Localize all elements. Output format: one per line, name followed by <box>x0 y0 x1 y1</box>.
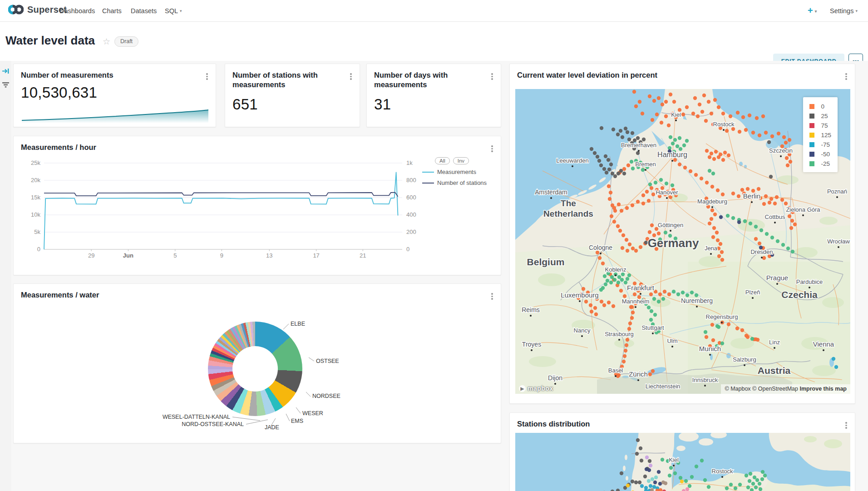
card-number-of-stations: Number of stations with measurements 651 <box>225 64 360 127</box>
status-badge: Draft <box>114 36 138 47</box>
svg-text:Rostock: Rostock <box>712 468 733 475</box>
filter-icon[interactable] <box>2 81 10 89</box>
dashboard-grid: Number of measurements 10,530,631 Number… <box>0 61 868 491</box>
svg-text:JADE: JADE <box>265 424 279 431</box>
card-title: Number of days with measurements <box>374 70 469 89</box>
card-title: Number of measurements <box>21 70 113 80</box>
svg-text:Dresden: Dresden <box>750 248 773 255</box>
svg-text:Linz: Linz <box>769 339 780 346</box>
chevron-down-icon: ▾ <box>180 0 182 22</box>
big-number-value: 10,530,631 <box>21 84 97 101</box>
legend-all-button[interactable]: All <box>435 157 450 164</box>
svg-text:Kiel: Kiel <box>669 456 679 463</box>
svg-text:EMS: EMS <box>291 418 303 424</box>
chart-legend: All Inv Measurements Number of stations <box>422 157 500 186</box>
improve-map-link[interactable]: Improve this map <box>800 386 847 392</box>
map-legend-item[interactable]: 25 <box>809 111 831 121</box>
svg-text:Munich: Munich <box>699 345 721 352</box>
new-item-button[interactable]: +▾ <box>808 0 817 22</box>
nav-charts[interactable]: Charts <box>102 0 122 22</box>
card-menu-kebab-icon[interactable] <box>843 421 849 429</box>
svg-text:Cologne: Cologne <box>589 244 612 251</box>
legend-item-measurements[interactable]: Measurements <box>422 169 500 175</box>
legend-item-number-of-stations[interactable]: Number of stations <box>422 179 500 186</box>
svg-text:NORDSEE: NORDSEE <box>312 393 340 399</box>
svg-text:Bremen: Bremen <box>635 161 656 168</box>
big-number-value: 31 <box>374 96 391 113</box>
donut-hole <box>232 346 278 392</box>
svg-text:Austria: Austria <box>758 365 791 376</box>
favorite-star-icon[interactable]: ☆ <box>103 36 110 47</box>
svg-text:Plzeň: Plzeň <box>745 289 760 296</box>
svg-text:Innsbruck: Innsbruck <box>692 377 718 383</box>
svg-text:0: 0 <box>37 246 40 253</box>
svg-text:Hamburg: Hamburg <box>657 151 687 159</box>
svg-text:1k: 1k <box>406 159 413 166</box>
svg-text:Leeuwarden: Leeuwarden <box>556 157 589 164</box>
card-number-of-days: Number of days with measurements 31 <box>366 64 501 127</box>
map-legend-item[interactable]: -50 <box>809 149 831 159</box>
svg-text:400: 400 <box>406 211 416 218</box>
filter-bar-collapsed <box>0 61 11 491</box>
deviation-map[interactable]: LeeuwardenAmsterdamHanoverMagdeburgBerli… <box>515 89 850 394</box>
svg-text:Vienna: Vienna <box>813 340 834 348</box>
card-menu-kebab-icon[interactable] <box>204 72 210 80</box>
nav-dashboards[interactable]: Dashboards <box>59 0 95 22</box>
svg-text:Szczecin: Szczecin <box>769 147 793 154</box>
top-navbar: Superset Dashboards Charts Datasets SQL▾… <box>0 0 868 22</box>
map-legend-item[interactable]: -25 <box>809 159 831 169</box>
svg-text:WESEL-DATTELN-KANAL: WESEL-DATTELN-KANAL <box>163 414 230 420</box>
nav-sql[interactable]: SQL▾ <box>165 0 182 22</box>
svg-text:Koblenz: Koblenz <box>605 266 626 273</box>
card-stations-distribution: Stations distribution <box>509 412 855 491</box>
card-menu-kebab-icon[interactable] <box>348 72 354 80</box>
legend-inv-button[interactable]: Inv <box>453 157 469 164</box>
svg-text:Reims: Reims <box>522 306 540 313</box>
svg-text:800: 800 <box>406 177 416 184</box>
expand-filter-bar-icon[interactable] <box>2 67 10 75</box>
map-legend-item[interactable]: 125 <box>809 130 831 140</box>
superset-infinity-icon <box>8 4 24 15</box>
big-number-value: 651 <box>232 96 258 113</box>
svg-text:Dijon: Dijon <box>548 374 562 382</box>
mapbox-logo[interactable]: ▶mapbox <box>519 385 553 392</box>
svg-text:Jena: Jena <box>705 245 718 252</box>
svg-text:Berlin: Berlin <box>743 192 760 200</box>
svg-text:Salzburg: Salzburg <box>733 356 756 363</box>
svg-text:Regensburg: Regensburg <box>706 313 738 320</box>
svg-text:Kiel: Kiel <box>671 111 681 118</box>
svg-text:Luxembourg: Luxembourg <box>561 291 598 299</box>
svg-text:OSTSEE: OSTSEE <box>316 358 339 364</box>
chart-title: Current water level deviation in percent <box>517 70 657 80</box>
map-legend-item[interactable]: 75 <box>809 121 831 130</box>
svg-text:17: 17 <box>313 252 319 259</box>
svg-text:21: 21 <box>360 252 366 259</box>
svg-text:Mannheim: Mannheim <box>622 298 650 305</box>
map-legend-item[interactable]: 0 <box>809 102 831 111</box>
card-menu-kebab-icon[interactable] <box>489 292 495 300</box>
svg-text:Göttingen: Göttingen <box>658 222 683 228</box>
svg-text:Frankfurt: Frankfurt <box>627 284 655 292</box>
svg-text:WESER: WESER <box>302 410 323 417</box>
svg-text:Cottbus: Cottbus <box>765 213 785 220</box>
map-attribution: © Mapbox © OpenStreetMap Improve this ma… <box>721 384 850 394</box>
svg-text:Ulm: Ulm <box>667 337 677 344</box>
card-menu-kebab-icon[interactable] <box>489 72 495 80</box>
svg-text:Wrocław: Wrocław <box>827 238 850 245</box>
settings-menu[interactable]: Settings▾ <box>830 0 858 22</box>
svg-text:Magdeburg: Magdeburg <box>697 198 727 205</box>
trendline-sparkline <box>21 108 209 124</box>
svg-text:200: 200 <box>406 228 416 235</box>
superset-logo[interactable]: Superset <box>8 4 67 15</box>
stations-map[interactable]: KielRostock <box>515 433 850 491</box>
svg-text:20k: 20k <box>31 177 40 184</box>
map-color-legend: 02575125-75-50-25 <box>803 97 838 172</box>
attribution-text: © Mapbox © OpenStreetMap <box>725 386 798 392</box>
card-menu-kebab-icon[interactable] <box>843 72 849 80</box>
svg-text:Strasbourg: Strasbourg <box>605 331 634 337</box>
chart-title: Stations distribution <box>517 419 590 429</box>
map-legend-item[interactable]: -75 <box>809 140 831 149</box>
svg-text:Poznań: Poznań <box>827 188 847 195</box>
svg-text:Netherlands: Netherlands <box>543 209 593 218</box>
nav-datasets[interactable]: Datasets <box>131 0 157 22</box>
